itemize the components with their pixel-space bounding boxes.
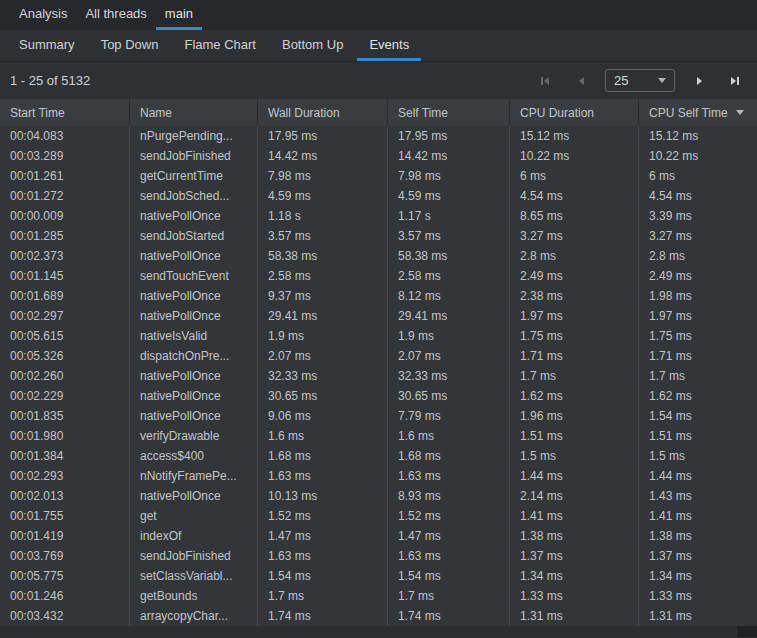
column-header-start-time[interactable]: Start Time <box>0 99 130 126</box>
cell-wall-duration: 1.63 ms <box>258 546 388 566</box>
cell-cpu-duration: 1.41 ms <box>510 506 639 526</box>
cell-name: nativePollOnce <box>130 366 258 386</box>
cell-wall-duration: 1.9 ms <box>258 326 388 346</box>
table-row[interactable]: 00:02.297 nativePollOnce 29.41 ms 29.41 … <box>0 306 757 326</box>
previous-page-button[interactable] <box>569 69 593 93</box>
table-row[interactable]: 00:01.980 verifyDrawable 1.6 ms 1.6 ms 1… <box>0 426 757 446</box>
tab-top-down[interactable]: Top Down <box>89 30 171 61</box>
table-row[interactable]: 00:01.755 get 1.52 ms 1.52 ms 1.41 ms 1.… <box>0 506 757 526</box>
cell-start-time: 00:03.432 <box>0 606 130 626</box>
cell-cpu-duration: 1.37 ms <box>510 546 639 566</box>
table-row[interactable]: 00:01.285 sendJobStarted 3.57 ms 3.57 ms… <box>0 226 757 246</box>
cell-self-time: 30.65 ms <box>388 386 510 406</box>
table-row[interactable]: 00:02.013 nativePollOnce 10.13 ms 8.93 m… <box>0 486 757 506</box>
cell-self-time: 1.17 s <box>388 206 510 226</box>
cell-self-time: 58.38 ms <box>388 246 510 266</box>
cell-self-time: 3.57 ms <box>388 226 510 246</box>
cell-self-time: 8.93 ms <box>388 486 510 506</box>
cell-wall-duration: 2.07 ms <box>258 346 388 366</box>
table-row[interactable]: 00:04.083 nPurgePending... 17.95 ms 17.9… <box>0 126 757 146</box>
cell-self-time: 29.41 ms <box>388 306 510 326</box>
table-header: Start Time Name Wall Duration Self Time … <box>0 99 757 126</box>
cell-wall-duration: 30.65 ms <box>258 386 388 406</box>
column-header-wall-duration-label: Wall Duration <box>268 106 340 120</box>
tab-events[interactable]: Events <box>357 30 421 61</box>
cell-wall-duration: 1.7 ms <box>258 586 388 606</box>
table-row[interactable]: 00:01.419 indexOf 1.47 ms 1.47 ms 1.38 m… <box>0 526 757 546</box>
cell-cpu-self-time: 1.98 ms <box>639 286 757 306</box>
cell-cpu-duration: 1.34 ms <box>510 566 639 586</box>
cell-name: nNotifyFramePe... <box>130 466 258 486</box>
cell-cpu-duration: 1.71 ms <box>510 346 639 366</box>
cell-name: nativePollOnce <box>130 406 258 426</box>
table-row[interactable]: 00:01.261 getCurrentTime 7.98 ms 7.98 ms… <box>0 166 757 186</box>
cell-cpu-self-time: 1.33 ms <box>639 586 757 606</box>
table-row[interactable]: 00:03.432 arraycopyChar... 1.74 ms 1.74 … <box>0 606 757 626</box>
table-row[interactable]: 00:01.835 nativePollOnce 9.06 ms 7.79 ms… <box>0 406 757 426</box>
tab-summary[interactable]: Summary <box>7 30 87 61</box>
cell-cpu-duration: 2.14 ms <box>510 486 639 506</box>
cell-name: get <box>130 506 258 526</box>
cell-start-time: 00:01.272 <box>0 186 130 206</box>
table-row[interactable]: 00:02.229 nativePollOnce 30.65 ms 30.65 … <box>0 386 757 406</box>
table-row[interactable]: 00:03.289 sendJobFinished 14.42 ms 14.42… <box>0 146 757 166</box>
tab-bottom-up[interactable]: Bottom Up <box>270 30 355 61</box>
cell-self-time: 1.47 ms <box>388 526 510 546</box>
table-row[interactable]: 00:02.373 nativePollOnce 58.38 ms 58.38 … <box>0 246 757 266</box>
page-size-select[interactable]: 25 <box>605 69 675 92</box>
cell-cpu-self-time: 1.97 ms <box>639 306 757 326</box>
cell-name: dispatchOnPre... <box>130 346 258 366</box>
table-row[interactable]: 00:05.326 dispatchOnPre... 2.07 ms 2.07 … <box>0 346 757 366</box>
table-row[interactable]: 00:01.384 access$400 1.68 ms 1.68 ms 1.5… <box>0 446 757 466</box>
first-page-icon <box>539 75 551 87</box>
table-row[interactable]: 00:02.260 nativePollOnce 32.33 ms 32.33 … <box>0 366 757 386</box>
cell-cpu-duration: 1.96 ms <box>510 406 639 426</box>
tab-analysis[interactable]: Analysis <box>10 0 76 30</box>
cell-name: indexOf <box>130 526 258 546</box>
cell-self-time: 17.95 ms <box>388 126 510 146</box>
cell-name: nativePollOnce <box>130 486 258 506</box>
cell-name: nativePollOnce <box>130 206 258 226</box>
cell-cpu-self-time: 1.5 ms <box>639 446 757 466</box>
table-row[interactable]: 00:00.009 nativePollOnce 1.18 s 1.17 s 8… <box>0 206 757 226</box>
column-header-cpu-duration[interactable]: CPU Duration <box>510 99 639 126</box>
cell-wall-duration: 1.74 ms <box>258 606 388 626</box>
table-row[interactable]: 00:02.293 nNotifyFramePe... 1.63 ms 1.63… <box>0 466 757 486</box>
table-row[interactable]: 00:01.145 sendTouchEvent 2.58 ms 2.58 ms… <box>0 266 757 286</box>
tab-flame-chart[interactable]: Flame Chart <box>172 30 268 61</box>
cell-cpu-duration: 2.38 ms <box>510 286 639 306</box>
tab-events-label: Events <box>369 37 409 52</box>
cell-wall-duration: 7.98 ms <box>258 166 388 186</box>
cell-self-time: 2.07 ms <box>388 346 510 366</box>
column-header-cpu-self-time[interactable]: CPU Self Time <box>639 99 757 126</box>
table-row[interactable]: 00:05.775 setClassVariabl... 1.54 ms 1.5… <box>0 566 757 586</box>
cell-name: sendJobStarted <box>130 226 258 246</box>
column-header-name[interactable]: Name <box>130 99 258 126</box>
first-page-button[interactable] <box>533 69 557 93</box>
table-row[interactable]: 00:03.769 sendJobFinished 1.63 ms 1.63 m… <box>0 546 757 566</box>
cell-cpu-duration: 6 ms <box>510 166 639 186</box>
last-page-icon <box>729 75 741 87</box>
column-header-wall-duration[interactable]: Wall Duration <box>258 99 388 126</box>
last-page-button[interactable] <box>723 69 747 93</box>
table-row[interactable]: 00:05.615 nativeIsValid 1.9 ms 1.9 ms 1.… <box>0 326 757 346</box>
cell-cpu-duration: 1.31 ms <box>510 606 639 626</box>
cell-wall-duration: 32.33 ms <box>258 366 388 386</box>
cell-wall-duration: 3.57 ms <box>258 226 388 246</box>
cell-wall-duration: 29.41 ms <box>258 306 388 326</box>
cell-cpu-self-time: 1.31 ms <box>639 606 757 626</box>
tab-all-threads[interactable]: All threads <box>76 0 155 30</box>
cell-cpu-self-time: 1.37 ms <box>639 546 757 566</box>
table-row[interactable]: 00:01.246 getBounds 1.7 ms 1.7 ms 1.33 m… <box>0 586 757 606</box>
table-row[interactable]: 00:01.689 nativePollOnce 9.37 ms 8.12 ms… <box>0 286 757 306</box>
cell-self-time: 4.59 ms <box>388 186 510 206</box>
table-row[interactable]: 00:01.272 sendJobSched... 4.59 ms 4.59 m… <box>0 186 757 206</box>
next-page-button[interactable] <box>687 69 711 93</box>
table-body: 00:04.083 nPurgePending... 17.95 ms 17.9… <box>0 126 757 626</box>
cell-name: nPurgePending... <box>130 126 258 146</box>
tab-main[interactable]: main <box>156 0 202 30</box>
cell-cpu-duration: 1.7 ms <box>510 366 639 386</box>
cell-start-time: 00:01.755 <box>0 506 130 526</box>
column-header-self-time[interactable]: Self Time <box>388 99 510 126</box>
cell-cpu-duration: 1.5 ms <box>510 446 639 466</box>
